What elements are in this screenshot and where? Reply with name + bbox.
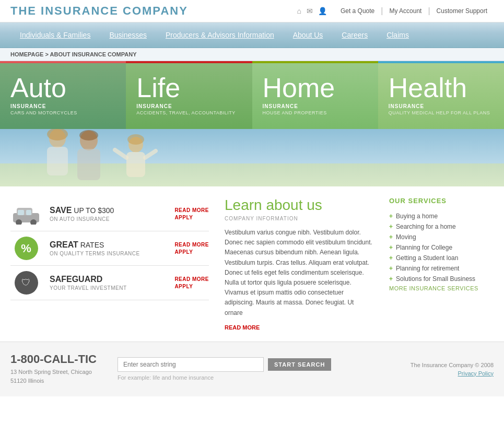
learn-read-more[interactable]: READ MORE xyxy=(225,324,260,331)
hero-title-auto: Auto xyxy=(10,74,115,101)
nav-link-careers[interactable]: Careers xyxy=(332,22,377,48)
nav-link-individuals[interactable]: Individuals & Families xyxy=(10,22,100,48)
top-icons: ⌂ ✉ 👤 xyxy=(297,7,326,15)
footer-search: START SEARCH For example: life and home … xyxy=(118,357,390,381)
breadcrumb-current: ABOUT INSURANCE COMPANY xyxy=(50,51,137,57)
hero-sub-health: INSURANCE xyxy=(389,103,494,109)
nav-bar: Individuals & Families Businesses Produc… xyxy=(0,22,504,48)
hero-tab-bar-health xyxy=(378,61,504,63)
shield-icon: 🛡 xyxy=(15,271,38,295)
home-icon[interactable]: ⌂ xyxy=(297,7,301,15)
footer-right: The Insurance Company © 2008 Privacy Pol… xyxy=(411,362,494,377)
promo-rates-apply[interactable]: APPLY xyxy=(174,249,209,255)
hero-title-home: Home xyxy=(263,74,368,101)
nav-link-claims[interactable]: Claims xyxy=(377,22,418,48)
nav-item-careers[interactable]: Careers xyxy=(332,22,377,48)
learn-body: Vestibulum varius congue nibh. Vestibulu… xyxy=(225,228,373,318)
nav-item-about[interactable]: About Us xyxy=(284,22,333,48)
promo-save-readmore[interactable]: READ MORE xyxy=(174,207,209,213)
services-title: OUR SERVICES xyxy=(389,197,494,205)
nav-item-individuals[interactable]: Individuals & Families xyxy=(10,22,100,48)
hero-tab-life[interactable]: Life INSURANCE ACCIDENTS, TRAVEL, ACCOUN… xyxy=(126,61,252,129)
service-item-4[interactable]: Getting a Student loan xyxy=(389,253,494,263)
breadcrumb-separator: > xyxy=(43,51,50,57)
nav-link-businesses[interactable]: Businesses xyxy=(100,22,156,48)
promo-rates-subtitle: ON QUALITY TERMS INSURANCE xyxy=(50,251,161,256)
service-item-2[interactable]: Moving xyxy=(389,232,494,242)
promo-safeguard-icon: 🛡 xyxy=(10,271,42,295)
hero-title-health: Health xyxy=(389,74,494,101)
promo-save-text: SAVE UP TO $300 ON AUTO INSURANCE xyxy=(50,206,161,222)
mid-column: Learn about us COMPANY INFORMATION Vesti… xyxy=(225,197,373,331)
promo-save-subtitle: ON AUTO INSURANCE xyxy=(50,216,161,222)
promo-safeguard: 🛡 SAFEGUARD YOUR TRAVEL INVESTMENT READ … xyxy=(10,266,209,300)
svg-rect-15 xyxy=(18,210,24,215)
more-services-link[interactable]: MORE INSURANCE SERVICES xyxy=(389,285,478,291)
svg-line-10 xyxy=(145,151,156,158)
mail-icon[interactable]: ✉ xyxy=(307,7,313,15)
promo-save-apply[interactable]: APPLY xyxy=(174,215,209,220)
search-input[interactable] xyxy=(118,357,264,372)
service-item-1[interactable]: Searching for a home xyxy=(389,221,494,232)
promo-save-rest: UP TO $300 xyxy=(72,206,114,215)
service-item-3[interactable]: Planning for College xyxy=(389,242,494,253)
promo-safeguard-subtitle: YOUR TRAVEL INVESTMENT xyxy=(50,285,161,291)
car-icon xyxy=(10,204,42,225)
promo-safeguard-apply[interactable]: APPLY xyxy=(174,284,209,289)
nav-link-about[interactable]: About Us xyxy=(284,22,333,48)
promo-rates-title: GREAT RATES xyxy=(50,240,161,250)
hero-tab-home[interactable]: Home INSURANCE HOUSE AND PROPERTIES xyxy=(252,61,378,129)
svg-rect-5 xyxy=(77,149,100,180)
footer-address-line1: 13 North Spring Street, Chicago xyxy=(10,368,97,377)
hero-section: Auto INSURANCE CARS AND MOTORCYCLES Life… xyxy=(0,61,504,129)
get-quote-link[interactable]: Get a Quote xyxy=(334,7,381,15)
footer-search-row: START SEARCH xyxy=(118,357,390,372)
nav-item-businesses[interactable]: Businesses xyxy=(100,22,156,48)
left-column: SAVE UP TO $300 ON AUTO INSURANCE READ M… xyxy=(10,197,209,331)
promo-safeguard-title: SAFEGUARD xyxy=(50,275,161,284)
svg-rect-2 xyxy=(47,147,68,175)
service-item-6[interactable]: Solutions for Small Business xyxy=(389,274,494,284)
breadcrumb-home[interactable]: HOMEPAGE xyxy=(10,51,43,57)
promo-safeguard-readmore[interactable]: READ MORE xyxy=(174,276,209,282)
breadcrumb: HOMEPAGE > ABOUT INSURANCE COMPANY xyxy=(0,48,504,61)
learn-subtitle: COMPANY INFORMATION xyxy=(225,216,373,221)
logo: THE INSURANCE COMPANY xyxy=(10,4,188,18)
hero-tab-health[interactable]: Health INSURANCE QUALITY MEDICAL HELP FO… xyxy=(378,61,504,129)
nav-item-producers[interactable]: Producers & Advisors Information xyxy=(156,22,284,48)
hero-title-life: Life xyxy=(136,74,241,101)
nav-item-claims[interactable]: Claims xyxy=(377,22,418,48)
top-links: Get a Quote | My Account | Customer Supp… xyxy=(334,6,494,16)
hero-tab-auto[interactable]: Auto INSURANCE CARS AND MOTORCYCLES xyxy=(0,61,126,129)
svg-rect-8 xyxy=(126,152,145,177)
privacy-policy-link[interactable]: Privacy Policy xyxy=(411,370,494,377)
promo-rates-rest: RATES xyxy=(78,241,104,249)
promo-safeguard-links: READ MORE APPLY xyxy=(174,276,209,289)
top-bar: THE INSURANCE COMPANY ⌂ ✉ 👤 Get a Quote … xyxy=(0,0,504,22)
promo-rates-bold: GREAT xyxy=(50,240,78,249)
service-item-0[interactable]: Buying a home xyxy=(389,211,494,221)
footer-left: 1-800-CALL-TIC 13 North Spring Street, C… xyxy=(10,352,97,386)
footer-phone: 1-800-CALL-TIC xyxy=(10,352,97,366)
hero-tab-bar-auto xyxy=(0,61,126,63)
svg-rect-16 xyxy=(26,210,31,215)
footer-copyright: The Insurance Company © 2008 xyxy=(411,362,494,368)
hero-desc-auto: CARS AND MOTORCYCLES xyxy=(10,110,115,115)
hero-desc-life: ACCIDENTS, TRAVEL, ACCOUNTABILITY xyxy=(136,110,241,115)
hero-sub-life: INSURANCE xyxy=(136,103,241,109)
people-icon[interactable]: 👤 xyxy=(318,7,327,15)
hero-desc-health: QUALITY MEDICAL HELP FOR ALL PLANS xyxy=(389,110,494,115)
nav-link-producers[interactable]: Producers & Advisors Information xyxy=(156,22,284,48)
promo-rates: % GREAT RATES ON QUALITY TERMS INSURANCE… xyxy=(10,231,209,266)
promo-save: SAVE UP TO $300 ON AUTO INSURANCE READ M… xyxy=(10,197,209,231)
service-item-5[interactable]: Planning for retirement xyxy=(389,263,494,274)
main-content: SAVE UP TO $300 ON AUTO INSURANCE READ M… xyxy=(0,186,504,342)
hero-sub-home: INSURANCE xyxy=(263,103,368,109)
search-button[interactable]: START SEARCH xyxy=(268,358,331,371)
promo-rates-readmore[interactable]: READ MORE xyxy=(174,242,209,248)
hero-tab-bar-life xyxy=(126,61,252,63)
family-banner xyxy=(0,129,504,186)
svg-point-4 xyxy=(79,130,98,140)
customer-support-link[interactable]: Customer Support xyxy=(430,7,494,15)
my-account-link[interactable]: My Account xyxy=(383,7,428,15)
